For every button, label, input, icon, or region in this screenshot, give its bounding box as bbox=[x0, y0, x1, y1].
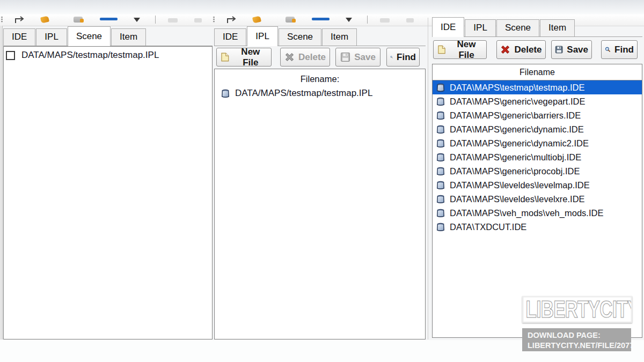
file-page-icon bbox=[436, 180, 445, 190]
wrench-icon[interactable] bbox=[74, 17, 83, 23]
filename-column-header[interactable]: Filename bbox=[433, 64, 642, 80]
delete-button[interactable]: Delete bbox=[280, 48, 330, 67]
pencil-icon[interactable] bbox=[40, 16, 49, 24]
file-page-icon bbox=[436, 152, 445, 162]
new-file-button[interactable]: New File bbox=[216, 48, 272, 67]
blue-bar-icon[interactable] bbox=[312, 18, 330, 20]
button-label: Find bbox=[397, 52, 416, 63]
ghost-button-icon[interactable] bbox=[406, 18, 414, 23]
new-file-icon bbox=[220, 52, 230, 62]
new-file-icon bbox=[437, 45, 446, 55]
toolbar-group-left bbox=[0, 14, 212, 26]
tab-item[interactable]: Item bbox=[111, 28, 146, 46]
window-left-edge bbox=[0, 26, 3, 339]
toolbar-group-middle bbox=[212, 14, 424, 26]
save-floppy-icon bbox=[340, 52, 350, 62]
scene-file-list: DATA/MAPS/testmap/testmap.IPL bbox=[3, 46, 213, 339]
file-row[interactable]: DATA\MAPS\generic\vegepart.IDE bbox=[433, 94, 642, 108]
file-row[interactable]: DATA\MAPS\generic\barriers.IDE bbox=[433, 108, 642, 122]
download-page-url: LIBERTYCITY.NET/FILE/207797 bbox=[528, 341, 631, 351]
wrench-icon[interactable] bbox=[286, 17, 295, 23]
tab-scene[interactable]: Scene bbox=[496, 19, 539, 36]
file-path: DATA\MAPS\veh_mods\veh_mods.IDE bbox=[450, 208, 603, 218]
file-row[interactable]: DATA\MAPS\generic\procobj.IDE bbox=[433, 164, 642, 178]
dropdown-chevron-icon[interactable] bbox=[346, 18, 352, 22]
button-label: Find bbox=[614, 45, 634, 55]
tab-ipl[interactable]: IPL bbox=[36, 28, 67, 46]
filename-header: Filename: bbox=[215, 74, 425, 84]
file-rows: DATA\MAPS\testmap\testmap.IDE DATA\MAPS\… bbox=[433, 80, 642, 234]
dropdown-chevron-icon[interactable] bbox=[134, 18, 140, 22]
ghost-button-icon[interactable] bbox=[380, 18, 390, 23]
save-button[interactable]: Save bbox=[551, 40, 592, 59]
file-row[interactable]: DATA\MAPS\generic\multiobj.IDE bbox=[433, 150, 642, 164]
file-path: DATA\MAPS\leveldes\levelmap.IDE bbox=[450, 180, 590, 190]
file-path: DATA\MAPS\generic\barriers.IDE bbox=[450, 110, 581, 121]
button-label: Save bbox=[567, 45, 588, 55]
list-item[interactable]: DATA/MAPS/testmap/testmap.IPL bbox=[215, 84, 425, 99]
delete-button[interactable]: Delete bbox=[496, 40, 546, 59]
file-path: DATA\MAPS\generic\dynamic2.IDE bbox=[450, 138, 589, 149]
file-row[interactable]: DATA\MAPS\veh_mods\veh_mods.IDE bbox=[433, 206, 642, 220]
file-row[interactable]: DATA\TXDCUT.IDE bbox=[433, 220, 642, 234]
tab-scene[interactable]: Scene bbox=[279, 28, 321, 46]
file-row[interactable]: DATA\MAPS\generic\dynamic.IDE bbox=[433, 122, 642, 136]
tab-ipl[interactable]: IPL bbox=[247, 26, 278, 46]
file-page-icon bbox=[436, 166, 445, 176]
file-checkbox[interactable] bbox=[6, 51, 15, 60]
window-top-strip bbox=[0, 0, 644, 14]
new-file-button[interactable]: New File bbox=[433, 40, 487, 59]
pencil-icon[interactable] bbox=[252, 16, 261, 24]
file-path: DATA\TXDCUT.IDE bbox=[450, 222, 526, 232]
toolbar-separator bbox=[367, 16, 368, 24]
button-label: Delete bbox=[298, 52, 326, 63]
file-path: DATA/MAPS/testmap/testmap.IPL bbox=[235, 88, 372, 99]
map-editor-window: IDE IPL Scene Item DATA/MAPS/testmap/tes… bbox=[0, 0, 644, 362]
file-page-icon bbox=[436, 222, 445, 232]
find-button[interactable]: Find bbox=[601, 40, 638, 59]
button-label: New File bbox=[450, 39, 483, 61]
ghost-button-icon[interactable] bbox=[194, 18, 202, 23]
libertycity-logo: LIBERTYCITY bbox=[522, 296, 632, 323]
panel-divider bbox=[428, 18, 428, 339]
middle-panel-tabs: IDE IPL Scene Item bbox=[214, 26, 426, 46]
file-page-icon bbox=[436, 83, 445, 92]
tab-item[interactable]: Item bbox=[540, 19, 575, 36]
file-path: DATA\MAPS\generic\dynamic.IDE bbox=[450, 124, 584, 135]
tab-ide[interactable]: IDE bbox=[432, 17, 464, 37]
file-page-icon bbox=[436, 138, 445, 148]
find-magnifier-icon bbox=[390, 52, 393, 62]
find-button[interactable]: Find bbox=[386, 48, 420, 67]
button-label: Delete bbox=[514, 45, 541, 55]
file-path: DATA\MAPS\generic\vegepart.IDE bbox=[450, 97, 586, 107]
file-row[interactable]: DATA\MAPS\leveldes\levelxre.IDE bbox=[433, 192, 642, 206]
tab-scene[interactable]: Scene bbox=[68, 26, 111, 46]
file-path: DATA\MAPS\leveldes\levelxre.IDE bbox=[450, 194, 585, 204]
file-page-icon bbox=[221, 88, 230, 98]
libertycity-logo-text: LIBERTYCITY bbox=[523, 298, 632, 322]
download-page-box: DOWNLOAD PAGE: LIBERTYCITY.NET/FILE/2077… bbox=[522, 328, 631, 351]
tab-item[interactable]: Item bbox=[322, 28, 357, 46]
file-path: DATA\MAPS\generic\procobj.IDE bbox=[450, 166, 580, 176]
tab-ide[interactable]: IDE bbox=[214, 28, 246, 46]
file-row[interactable]: DATA\MAPS\testmap\testmap.IDE bbox=[433, 80, 642, 94]
file-page-icon bbox=[436, 194, 445, 204]
file-path: DATA/MAPS/testmap/testmap.IPL bbox=[21, 50, 159, 61]
tab-ide[interactable]: IDE bbox=[3, 28, 35, 46]
file-row[interactable]: DATA\MAPS\leveldes\levelmap.IDE bbox=[433, 178, 642, 192]
file-page-icon bbox=[436, 110, 445, 120]
save-floppy-icon bbox=[555, 45, 563, 55]
tab-ipl[interactable]: IPL bbox=[465, 19, 496, 36]
undo-arrow-icon[interactable] bbox=[14, 16, 27, 24]
list-item[interactable]: DATA/MAPS/testmap/testmap.IPL bbox=[4, 47, 212, 61]
find-magnifier-icon bbox=[605, 45, 611, 55]
file-row[interactable]: DATA\MAPS\generic\dynamic2.IDE bbox=[433, 136, 642, 150]
button-label: Save bbox=[354, 52, 376, 63]
blue-bar-icon[interactable] bbox=[100, 18, 118, 20]
file-page-icon bbox=[436, 208, 445, 218]
delete-x-icon bbox=[284, 52, 295, 62]
ghost-button-icon[interactable] bbox=[168, 18, 178, 23]
undo-arrow-icon[interactable] bbox=[226, 16, 239, 24]
save-button[interactable]: Save bbox=[335, 48, 380, 67]
file-path: DATA\MAPS\generic\multiobj.IDE bbox=[450, 152, 581, 162]
